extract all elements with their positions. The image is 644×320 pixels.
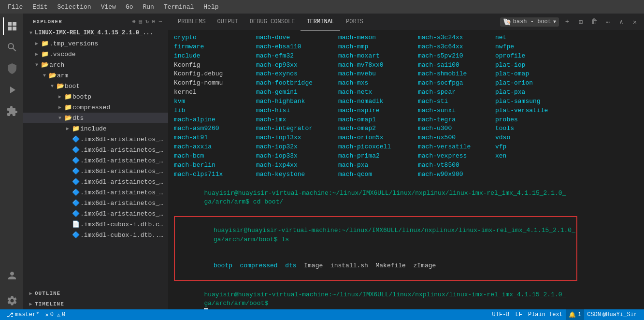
prompt-text: huayisir@huayisir-virtual-machine:~/linu…: [204, 189, 566, 197]
tree-file-5[interactable]: ▶ 🔷 .imx6dl-aristainetos_7....: [23, 176, 168, 187]
new-file-icon[interactable]: ⊕: [132, 18, 136, 25]
menu-terminal[interactable]: Terminal: [160, 2, 198, 12]
terminal-content[interactable]: crypto firmware include Kconfig Kconfig.…: [168, 30, 644, 309]
tab-output[interactable]: OUTPUT: [212, 14, 244, 30]
tree-file-10[interactable]: ▶ 🔷 .imx6dl-cubox-i.dtb....: [23, 230, 168, 240]
new-folder-icon[interactable]: ▤: [139, 18, 143, 25]
tree-include[interactable]: ▶ 📁 include: [23, 123, 168, 134]
menu-run[interactable]: Run: [139, 2, 157, 12]
status-errors[interactable]: ✕ 0 ⚠ 0: [42, 309, 68, 320]
tree-tmp-versions[interactable]: ▶ 📁 .tmp_versions: [23, 38, 168, 49]
col2-row7: mach-highbank: [256, 97, 338, 106]
status-bar: ⎇ master* ✕ 0 ⚠ 0 UTF-8 LF Plain Text 🔔 …: [0, 309, 644, 320]
kill-terminal-btn[interactable]: 🗑: [589, 16, 600, 27]
tab-problems[interactable]: PROBLEMS: [172, 14, 212, 30]
col3-row7: mach-nomadik: [338, 97, 418, 106]
col2: mach-dove mach-ebsa110 mach-efm32 mach-e…: [256, 33, 338, 179]
item-label: bootp: [72, 93, 164, 101]
col1-row3: Kconfig: [174, 61, 256, 70]
timeline-header[interactable]: ▶ TIMELINE: [23, 299, 168, 309]
refresh-icon[interactable]: ↻: [145, 18, 149, 25]
split-terminal-btn[interactable]: ⊞: [575, 16, 586, 27]
maximize-panel-btn[interactable]: ∧: [616, 16, 627, 27]
col4-row3: mach-sa1100: [418, 61, 495, 70]
activity-explorer[interactable]: [3, 17, 20, 35]
status-language[interactable]: Plain Text: [525, 309, 566, 320]
menu-view[interactable]: View: [97, 2, 120, 12]
col2-row12: mach-iop32x: [256, 143, 338, 152]
prompt2-text: huayisir@huayisir-virtual-machine:~/linu…: [214, 227, 575, 234]
menu-go[interactable]: Go: [122, 2, 137, 12]
col1-row15: mach-clps711x: [174, 170, 256, 179]
status-git[interactable]: ⎇ master*: [4, 309, 42, 320]
col3-row3: mach-mv78xx0: [338, 61, 418, 70]
col3-row10: mach-omap2: [338, 124, 418, 133]
tree-file-7[interactable]: ▶ 🔷 .imx6dl-aristainetos_7....: [23, 198, 168, 208]
error-count: 0: [50, 311, 54, 318]
collapse-icon[interactable]: ⊟: [152, 18, 156, 25]
status-line-ending[interactable]: LF: [513, 309, 525, 320]
more-options-icon[interactable]: ⋯: [158, 18, 162, 25]
tree-file-6[interactable]: ▶ 🔷 .imx6dl-aristainetos_7....: [23, 187, 168, 198]
col2-row1: mach-ebsa110: [256, 43, 338, 52]
activity-run-debug[interactable]: [3, 81, 20, 99]
terminal-controls: 🐚 bash - boot ▼ + ⊞ 🗑 ⋯ ∧ ✕: [500, 16, 640, 27]
item-label: .imx6dl-aristainetos_4....: [80, 136, 164, 143]
col1-row13: mach-bcm: [174, 152, 256, 161]
col3-row1: mach-mmp: [338, 43, 418, 52]
col4-row6: mach-spear: [418, 88, 495, 97]
tree-file-1[interactable]: ▶ 🔷 .imx6dl-aristainetos_4....: [23, 134, 168, 145]
tree-vscode[interactable]: ▶ 📁 .vscode: [23, 49, 168, 59]
col4-row0: mach-s3c24xx: [418, 33, 495, 43]
menu-selection[interactable]: Selection: [53, 2, 95, 12]
tree-file-2[interactable]: ▶ 🔷 .imx6dl-aristainetos_4....: [23, 145, 168, 155]
tree-bootp[interactable]: ▶ 📁 bootp: [23, 91, 168, 102]
arrow: ▼: [56, 116, 64, 121]
status-encoding[interactable]: UTF-8: [489, 309, 513, 320]
item-label: boot: [65, 83, 164, 90]
shell-dropdown-icon[interactable]: ▼: [553, 19, 556, 25]
menu-file[interactable]: File: [4, 2, 27, 12]
status-csdn[interactable]: CSDN @HuaYi_Sir: [584, 309, 640, 320]
final-prompt-line: huayisir@huayisir-virtual-machine:~/linu…: [174, 282, 638, 309]
tab-ports[interactable]: PORTS: [340, 14, 369, 30]
activity-search[interactable]: [3, 39, 20, 56]
status-notification[interactable]: 🔔 1: [566, 309, 584, 320]
activity-settings[interactable]: [3, 292, 20, 309]
tree-boot[interactable]: ▼ 📂 boot: [23, 81, 168, 91]
dts-text: dts: [285, 262, 304, 269]
notification-count: 1: [578, 311, 581, 318]
col2-row15: mach-keystone: [256, 170, 338, 179]
outline-header[interactable]: ▶ OUTLINE: [23, 288, 168, 299]
tree-file-3[interactable]: ▶ 🔷 .imx6dl-aristainetos_4....: [23, 155, 168, 166]
image-text: Image install.sh Makefile zImage: [304, 262, 436, 269]
col1-row1: firmware: [174, 43, 256, 52]
close-panel-btn[interactable]: ✕: [630, 16, 640, 27]
activity-extensions[interactable]: [3, 102, 20, 120]
tree-file-8[interactable]: ▶ 🔷 .imx6dl-aristainetos_7....: [23, 208, 168, 219]
tab-terminal[interactable]: TERMINAL: [301, 14, 340, 30]
tab-debug-console[interactable]: DEBUG CONSOLE: [244, 14, 301, 30]
tree-file-9[interactable]: ▶ 📄 .imx6dl-cubox-i.dtb.cmd: [23, 219, 168, 230]
menu-help[interactable]: Help: [200, 2, 222, 12]
menu-edit[interactable]: Edit: [29, 2, 51, 12]
git-icon: ⎇: [7, 311, 14, 319]
status-right: UTF-8 LF Plain Text 🔔 1 CSDN @HuaYi_Sir: [489, 309, 640, 320]
prompt-cont: ga/arch/arm$ cd boot/: [204, 198, 283, 205]
folder-icon: 📂: [64, 114, 72, 122]
more-actions-btn[interactable]: ⋯: [602, 16, 613, 27]
col2-row10: mach-integrator: [256, 124, 338, 133]
tree-arch[interactable]: ▼ 📂 arch: [23, 59, 168, 70]
tree-file-4[interactable]: ▶ 🔷 .imx6dl-aristainetos_4....: [23, 166, 168, 176]
col1-row10: mach-asm9260: [174, 124, 256, 133]
activity-source-control[interactable]: [3, 60, 20, 77]
col4-row13: mach-vexpress: [418, 152, 495, 161]
tree-compressed[interactable]: ▶ 📁 compressed: [23, 102, 168, 113]
tree-dts[interactable]: ▼ 📂 dts: [23, 113, 168, 123]
tree-arm[interactable]: ▼ 📂 arm: [23, 70, 168, 81]
activity-account[interactable]: [3, 267, 20, 284]
col2-row6: mach-gemini: [256, 88, 338, 97]
col5: net nwfpe oprofile plat-iop plat-omap pl…: [495, 33, 553, 179]
add-terminal-btn[interactable]: +: [562, 16, 572, 27]
tree-root[interactable]: ▼ LINUX-IMX-REL_IMX_4.1.15_2.1.0_...: [23, 28, 168, 38]
